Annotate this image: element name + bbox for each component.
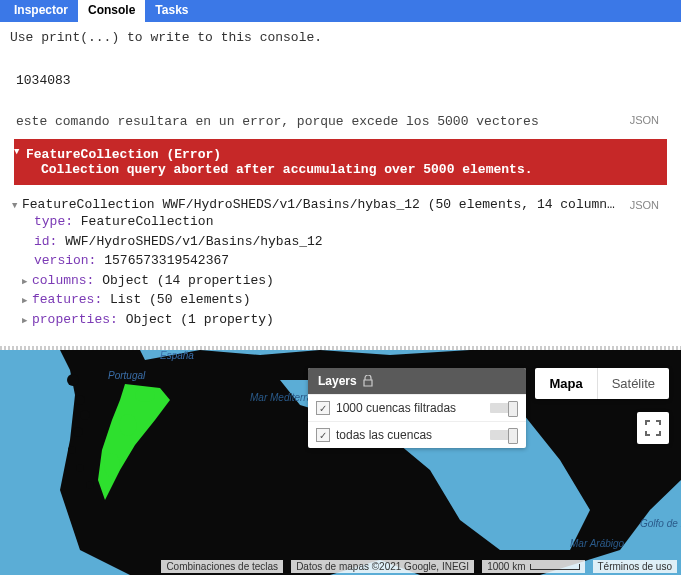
svg-point-0 bbox=[67, 374, 79, 386]
map-label-country: España bbox=[160, 350, 194, 361]
svg-point-4 bbox=[68, 446, 76, 454]
fullscreen-button[interactable] bbox=[637, 412, 669, 444]
caret-right-icon: ▶ bbox=[22, 315, 32, 329]
svg-point-6 bbox=[86, 481, 94, 489]
console-print-output: 1034083 bbox=[0, 53, 681, 108]
object-property[interactable]: ▶features: List (50 elements) bbox=[10, 290, 671, 310]
prop-key: properties: bbox=[32, 312, 118, 327]
tab-console[interactable]: Console bbox=[78, 0, 145, 22]
opacity-slider[interactable] bbox=[490, 403, 518, 413]
lock-icon bbox=[363, 375, 373, 387]
caret-down-icon: ▼ bbox=[12, 201, 22, 211]
map-type-satellite-button[interactable]: Satélite bbox=[598, 368, 669, 399]
scale-line-icon bbox=[530, 564, 580, 570]
error-block[interactable]: ▼ FeatureCollection (Error) Collection q… bbox=[14, 139, 667, 185]
map-attribution: Combinaciones de teclas Datos de mapas ©… bbox=[0, 560, 681, 573]
prop-key: id: bbox=[34, 234, 57, 249]
error-caret-icon: ▼ bbox=[14, 147, 19, 157]
map-type-map-button[interactable]: Mapa bbox=[535, 368, 596, 399]
layers-header[interactable]: Layers bbox=[308, 368, 526, 394]
json-toggle[interactable]: JSON bbox=[630, 114, 659, 126]
layer-label: 1000 cuencas filtradas bbox=[336, 401, 484, 415]
layers-panel: Layers ✓ 1000 cuencas filtradas ✓ todas … bbox=[308, 368, 526, 448]
console-hint: Use print(...) to write to this console. bbox=[0, 22, 681, 53]
map-label-sea: Golfo de Bengala bbox=[640, 518, 681, 529]
tab-bar: Inspector Console Tasks bbox=[0, 0, 681, 22]
svg-point-1 bbox=[75, 395, 85, 405]
layer-row: ✓ 1000 cuencas filtradas bbox=[308, 394, 526, 421]
error-title: FeatureCollection (Error) bbox=[26, 147, 655, 162]
opacity-slider[interactable] bbox=[490, 430, 518, 440]
prop-value: WWF/HydroSHEDS/v1/Basins/hybas_12 bbox=[57, 234, 322, 249]
object-property: id: WWF/HydroSHEDS/v1/Basins/hybas_12 bbox=[10, 232, 671, 252]
layer-checkbox[interactable]: ✓ bbox=[316, 401, 330, 415]
map-label-country: Portugal bbox=[108, 370, 145, 381]
map-data-attribution: Datos de mapas ©2021 Google, INEGI bbox=[291, 560, 474, 573]
console-output-area[interactable]: Use print(...) to write to this console.… bbox=[0, 22, 681, 346]
tab-inspector[interactable]: Inspector bbox=[4, 0, 78, 22]
object-property[interactable]: ▶columns: Object (14 properties) bbox=[10, 271, 671, 291]
map[interactable]: España Portugal Mar Mediterráneo Mar Ará… bbox=[0, 350, 681, 575]
map-type-control: Mapa Satélite bbox=[535, 368, 669, 399]
object-property: version: 1576573319542367 bbox=[10, 251, 671, 271]
json-toggle[interactable]: JSON bbox=[630, 199, 659, 211]
keyboard-shortcuts-link[interactable]: Combinaciones de teclas bbox=[161, 560, 283, 573]
layer-checkbox[interactable]: ✓ bbox=[316, 428, 330, 442]
layer-row: ✓ todas las cuencas bbox=[308, 421, 526, 448]
object-property[interactable]: ▶properties: Object (1 property) bbox=[10, 310, 671, 330]
object-inspector: JSON ▼FeatureCollection WWF/HydroSHEDS/v… bbox=[0, 193, 681, 339]
prop-value: Object (14 properties) bbox=[94, 273, 273, 288]
terms-link[interactable]: Términos de uso bbox=[593, 560, 677, 573]
error-body: Collection query aborted after accumulat… bbox=[26, 162, 655, 177]
prop-value: FeatureCollection bbox=[73, 214, 213, 229]
tab-tasks[interactable]: Tasks bbox=[145, 0, 198, 22]
object-property: type: FeatureCollection bbox=[10, 212, 671, 232]
object-header-text: FeatureCollection WWF/HydroSHEDS/v1/Basi… bbox=[22, 197, 615, 212]
prop-key: features: bbox=[32, 292, 102, 307]
prop-key: columns: bbox=[32, 273, 94, 288]
layer-label: todas las cuencas bbox=[336, 428, 484, 442]
layers-title: Layers bbox=[318, 374, 357, 388]
prop-value: List (50 elements) bbox=[102, 292, 250, 307]
fullscreen-icon bbox=[645, 420, 661, 436]
caret-right-icon: ▶ bbox=[22, 295, 32, 309]
svg-point-7 bbox=[135, 388, 155, 402]
svg-point-9 bbox=[104, 453, 120, 477]
console-command-line: este comando resultara en un error, porq… bbox=[0, 108, 681, 135]
prop-value: 1576573319542367 bbox=[96, 253, 229, 268]
console-command-text: este comando resultara en un error, porq… bbox=[16, 114, 539, 129]
svg-point-5 bbox=[76, 464, 84, 472]
object-header[interactable]: ▼FeatureCollection WWF/HydroSHEDS/v1/Bas… bbox=[10, 197, 671, 212]
prop-value: Object (1 property) bbox=[118, 312, 274, 327]
svg-point-2 bbox=[80, 410, 90, 420]
caret-right-icon: ▶ bbox=[22, 276, 32, 290]
prop-key: version: bbox=[34, 253, 96, 268]
scale-text: 1000 km bbox=[487, 561, 525, 572]
svg-point-8 bbox=[119, 414, 137, 436]
map-label-sea: Mar Arábigo bbox=[570, 538, 624, 549]
scale-control[interactable]: 1000 km bbox=[482, 560, 584, 573]
prop-key: type: bbox=[34, 214, 73, 229]
svg-point-3 bbox=[73, 427, 83, 437]
